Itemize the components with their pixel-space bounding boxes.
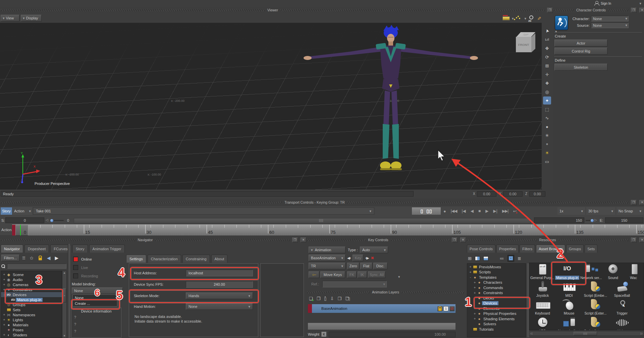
- viewport-tool-button[interactable]: [543, 149, 551, 157]
- dropdown-option[interactable]: None: [73, 295, 117, 300]
- filters-button[interactable]: Filters...: [1, 255, 19, 261]
- model-binding-dropdown[interactable]: None: [72, 287, 123, 294]
- end-frame-field[interactable]: 150: [534, 217, 584, 223]
- asset-item[interactable]: Keyboard: [529, 299, 556, 316]
- float-icon[interactable]: [452, 238, 458, 243]
- playhead-box[interactable]: 0: [15, 225, 28, 235]
- device-tab[interactable]: Constraining: [182, 255, 210, 263]
- online-checkbox[interactable]: [73, 257, 78, 262]
- view-menu-button[interactable]: View: [1, 15, 19, 21]
- stop-icon[interactable]: [478, 209, 481, 213]
- playhead-line[interactable]: [20, 225, 21, 235]
- asset-item[interactable]: General Purp...: [529, 264, 555, 280]
- viewport-tool-button[interactable]: [543, 27, 551, 35]
- small-list-icon[interactable]: [500, 256, 504, 261]
- device-tab[interactable]: About: [211, 255, 228, 263]
- list-options-icon[interactable]: [22, 256, 25, 260]
- layer-mute-icon[interactable]: [449, 306, 454, 311]
- close-icon[interactable]: [639, 200, 644, 205]
- resources-tab[interactable]: Properties: [496, 245, 519, 253]
- asset-item[interactable]: Script (Embe...: [582, 281, 609, 298]
- tree-row[interactable]: Groups: [1, 302, 62, 307]
- frame-display-icon[interactable]: [426, 208, 432, 214]
- timeline-scroll-track[interactable]: ||||: [74, 218, 531, 223]
- expander-toggle[interactable]: +: [2, 313, 6, 317]
- play-backward-icon[interactable]: [471, 209, 474, 213]
- asset-item[interactable]: Trigger: [609, 299, 635, 316]
- viewport-tool-button[interactable]: [543, 53, 551, 61]
- close-icon[interactable]: [639, 8, 644, 13]
- asset-item[interactable]: SpaceBall: [609, 281, 635, 298]
- asset-item[interactable]: Network ser...: [579, 264, 603, 280]
- source-select[interactable]: None: [591, 22, 629, 28]
- viewport-tool-button[interactable]: Lcl: [543, 36, 551, 44]
- weight-key-button[interactable]: K: [321, 332, 327, 337]
- viewport-tool-button[interactable]: [543, 44, 551, 52]
- layer-lock-icon[interactable]: [437, 306, 442, 311]
- float-icon[interactable]: [631, 8, 637, 13]
- tree-row[interactable]: Poses: [1, 327, 62, 332]
- layer-dropdown[interactable]: BaseAnimation: [309, 255, 345, 261]
- expander-toggle[interactable]: +: [473, 281, 477, 284]
- weight-slider[interactable]: 100.00: [329, 332, 455, 337]
- character-icon[interactable]: [555, 15, 568, 30]
- scrollbar-thumb[interactable]: ≡: [63, 288, 66, 302]
- asset-item[interactable]: Script (Exter...: [582, 299, 609, 316]
- fk-button[interactable]: FK: [347, 271, 357, 278]
- asset-tree-row[interactable]: + Commands: [467, 285, 526, 290]
- jump-start-icon[interactable]: [451, 209, 457, 213]
- measure-tool-icon[interactable]: [502, 16, 510, 21]
- snap-dropdown[interactable]: No Snap: [616, 207, 643, 215]
- tree-scrollbar[interactable]: ▲ ≡ ▼: [62, 271, 67, 338]
- take-type-dropdown[interactable]: Action: [13, 207, 32, 215]
- dropdown-option[interactable]: Create ...: [73, 300, 117, 306]
- chevron-down-icon[interactable]: [525, 16, 527, 21]
- disc-button[interactable]: Disc.: [373, 263, 387, 269]
- expander-toggle[interactable]: +: [473, 312, 477, 316]
- float-icon[interactable]: [631, 200, 637, 205]
- resources-tab[interactable]: Asset Browser: [536, 245, 565, 253]
- prev-key-icon[interactable]: [347, 256, 351, 260]
- split-view-icon[interactable]: [475, 256, 480, 261]
- hand-motion-dropdown[interactable]: None: [186, 303, 253, 310]
- timeline-ruler[interactable]: 0 15 30 45 60 75: [12, 224, 644, 235]
- navigator-tab[interactable]: Navigator: [1, 245, 23, 253]
- scroll-grip-icon[interactable]: ||||: [319, 219, 323, 222]
- expander-toggle[interactable]: +: [2, 333, 6, 337]
- pause-icon[interactable]: [420, 208, 423, 214]
- asset-item[interactable]: Mouse: [556, 299, 582, 316]
- range-slider-left[interactable]: [50, 218, 64, 222]
- move-keys-button[interactable]: Move Keys: [320, 271, 345, 278]
- asset-tree-row[interactable]: + Constraints: [467, 290, 526, 296]
- zoom-2d-icon[interactable]: [528, 15, 534, 22]
- viewport-tool-button[interactable]: [543, 88, 551, 96]
- asset-tree-row[interactable]: - Templates: [467, 275, 526, 280]
- type-dropdown[interactable]: Auto: [360, 247, 388, 253]
- expander-toggle[interactable]: -: [469, 275, 472, 279]
- animation-menu-button[interactable]: Animation: [309, 247, 345, 253]
- search-input[interactable]: [7, 264, 66, 269]
- story-toggle[interactable]: Story: [1, 207, 12, 215]
- viewport-tool-button[interactable]: [543, 96, 551, 105]
- resources-tab[interactable]: Filters: [520, 245, 535, 253]
- record-icon[interactable]: [443, 209, 446, 214]
- merge-layer-icon[interactable]: [337, 296, 341, 301]
- tree-row[interactable]: + Scene: [1, 272, 62, 277]
- scroll-left-icon[interactable]: ◁: [529, 332, 533, 335]
- close-icon[interactable]: [639, 238, 644, 243]
- asset-tree-row[interactable]: Tutorials: [467, 327, 526, 332]
- expander-toggle[interactable]: +: [469, 265, 472, 269]
- viewport-tool-button[interactable]: [543, 70, 551, 78]
- end-frame-field2[interactable]: 150: [605, 217, 643, 223]
- navigator-tab[interactable]: Animation Trigger: [89, 245, 125, 253]
- viewport-3d[interactable]: x: -200.00 x: -100.00 x: -200.00 x: -100…: [0, 23, 542, 190]
- asset-tree-row[interactable]: Solvers: [467, 322, 526, 327]
- tree-row[interactable]: + Constraints: [1, 287, 62, 292]
- sign-in-button[interactable]: Sign In: [594, 0, 643, 6]
- next-key-icon[interactable]: [365, 256, 369, 260]
- channel-dropdown[interactable]: TR: [309, 263, 345, 269]
- expander-toggle[interactable]: +: [473, 291, 477, 295]
- asset-item[interactable]: LTC: [529, 317, 556, 330]
- sync-all-button[interactable]: Sync. All: [368, 271, 385, 278]
- viewport-tool-button[interactable]: [543, 62, 551, 70]
